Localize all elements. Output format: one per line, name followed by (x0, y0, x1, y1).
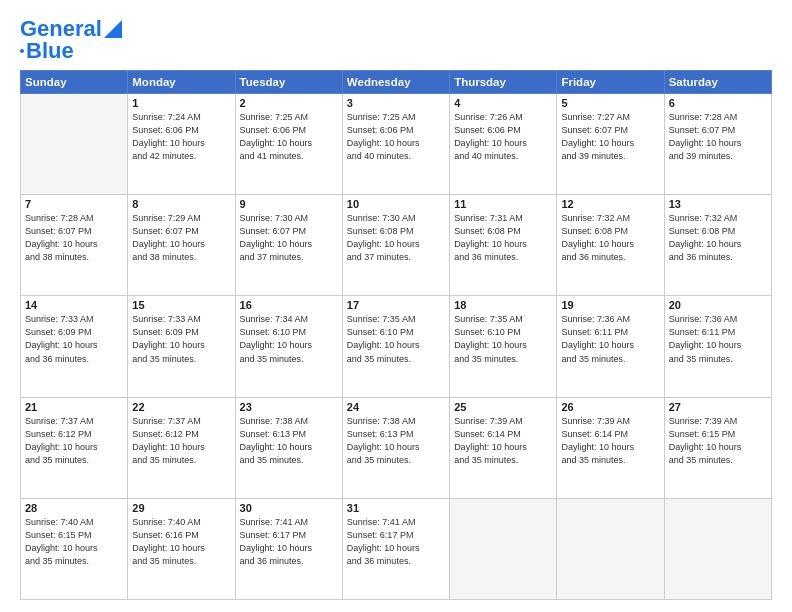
day-info: Sunrise: 7:38 AM Sunset: 6:13 PM Dayligh… (240, 415, 338, 467)
calendar-cell: 20Sunrise: 7:36 AM Sunset: 6:11 PM Dayli… (664, 296, 771, 397)
calendar-cell: 22Sunrise: 7:37 AM Sunset: 6:12 PM Dayli… (128, 397, 235, 498)
col-header-tuesday: Tuesday (235, 71, 342, 94)
day-number: 11 (454, 198, 552, 210)
day-number: 21 (25, 401, 123, 413)
calendar-cell (21, 94, 128, 195)
calendar-cell: 7Sunrise: 7:28 AM Sunset: 6:07 PM Daylig… (21, 195, 128, 296)
week-row-2: 14Sunrise: 7:33 AM Sunset: 6:09 PM Dayli… (21, 296, 772, 397)
calendar-cell: 16Sunrise: 7:34 AM Sunset: 6:10 PM Dayli… (235, 296, 342, 397)
day-info: Sunrise: 7:32 AM Sunset: 6:08 PM Dayligh… (669, 212, 767, 264)
header: General Blue (20, 18, 772, 62)
calendar-cell: 19Sunrise: 7:36 AM Sunset: 6:11 PM Dayli… (557, 296, 664, 397)
day-number: 7 (25, 198, 123, 210)
calendar-cell: 14Sunrise: 7:33 AM Sunset: 6:09 PM Dayli… (21, 296, 128, 397)
day-info: Sunrise: 7:28 AM Sunset: 6:07 PM Dayligh… (25, 212, 123, 264)
day-number: 14 (25, 299, 123, 311)
day-info: Sunrise: 7:33 AM Sunset: 6:09 PM Dayligh… (132, 313, 230, 365)
day-info: Sunrise: 7:30 AM Sunset: 6:07 PM Dayligh… (240, 212, 338, 264)
calendar-header-row: SundayMondayTuesdayWednesdayThursdayFrid… (21, 71, 772, 94)
logo-dot (20, 49, 24, 53)
day-number: 12 (561, 198, 659, 210)
day-number: 17 (347, 299, 445, 311)
day-info: Sunrise: 7:24 AM Sunset: 6:06 PM Dayligh… (132, 111, 230, 163)
calendar-cell: 30Sunrise: 7:41 AM Sunset: 6:17 PM Dayli… (235, 498, 342, 599)
day-info: Sunrise: 7:32 AM Sunset: 6:08 PM Dayligh… (561, 212, 659, 264)
page: General Blue SundayMondayTuesdayWednesda… (0, 0, 792, 612)
day-info: Sunrise: 7:25 AM Sunset: 6:06 PM Dayligh… (240, 111, 338, 163)
day-info: Sunrise: 7:40 AM Sunset: 6:15 PM Dayligh… (25, 516, 123, 568)
day-number: 9 (240, 198, 338, 210)
calendar-cell: 28Sunrise: 7:40 AM Sunset: 6:15 PM Dayli… (21, 498, 128, 599)
day-info: Sunrise: 7:26 AM Sunset: 6:06 PM Dayligh… (454, 111, 552, 163)
calendar-cell: 6Sunrise: 7:28 AM Sunset: 6:07 PM Daylig… (664, 94, 771, 195)
col-header-wednesday: Wednesday (342, 71, 449, 94)
day-info: Sunrise: 7:33 AM Sunset: 6:09 PM Dayligh… (25, 313, 123, 365)
day-info: Sunrise: 7:34 AM Sunset: 6:10 PM Dayligh… (240, 313, 338, 365)
calendar-cell (557, 498, 664, 599)
day-number: 2 (240, 97, 338, 109)
day-info: Sunrise: 7:27 AM Sunset: 6:07 PM Dayligh… (561, 111, 659, 163)
calendar-cell: 23Sunrise: 7:38 AM Sunset: 6:13 PM Dayli… (235, 397, 342, 498)
calendar-cell (664, 498, 771, 599)
calendar-cell: 4Sunrise: 7:26 AM Sunset: 6:06 PM Daylig… (450, 94, 557, 195)
day-info: Sunrise: 7:30 AM Sunset: 6:08 PM Dayligh… (347, 212, 445, 264)
calendar-table: SundayMondayTuesdayWednesdayThursdayFrid… (20, 70, 772, 600)
day-number: 29 (132, 502, 230, 514)
day-number: 27 (669, 401, 767, 413)
day-number: 26 (561, 401, 659, 413)
calendar-cell: 9Sunrise: 7:30 AM Sunset: 6:07 PM Daylig… (235, 195, 342, 296)
day-number: 8 (132, 198, 230, 210)
calendar-cell: 17Sunrise: 7:35 AM Sunset: 6:10 PM Dayli… (342, 296, 449, 397)
day-number: 3 (347, 97, 445, 109)
calendar-cell: 8Sunrise: 7:29 AM Sunset: 6:07 PM Daylig… (128, 195, 235, 296)
day-info: Sunrise: 7:35 AM Sunset: 6:10 PM Dayligh… (347, 313, 445, 365)
calendar-cell: 25Sunrise: 7:39 AM Sunset: 6:14 PM Dayli… (450, 397, 557, 498)
day-info: Sunrise: 7:41 AM Sunset: 6:17 PM Dayligh… (347, 516, 445, 568)
col-header-friday: Friday (557, 71, 664, 94)
day-info: Sunrise: 7:39 AM Sunset: 6:14 PM Dayligh… (561, 415, 659, 467)
day-info: Sunrise: 7:35 AM Sunset: 6:10 PM Dayligh… (454, 313, 552, 365)
calendar-cell: 31Sunrise: 7:41 AM Sunset: 6:17 PM Dayli… (342, 498, 449, 599)
calendar-cell: 13Sunrise: 7:32 AM Sunset: 6:08 PM Dayli… (664, 195, 771, 296)
day-number: 13 (669, 198, 767, 210)
col-header-sunday: Sunday (21, 71, 128, 94)
day-number: 25 (454, 401, 552, 413)
day-info: Sunrise: 7:25 AM Sunset: 6:06 PM Dayligh… (347, 111, 445, 163)
calendar-cell: 18Sunrise: 7:35 AM Sunset: 6:10 PM Dayli… (450, 296, 557, 397)
day-number: 31 (347, 502, 445, 514)
week-row-4: 28Sunrise: 7:40 AM Sunset: 6:15 PM Dayli… (21, 498, 772, 599)
calendar-cell: 27Sunrise: 7:39 AM Sunset: 6:15 PM Dayli… (664, 397, 771, 498)
logo-arrow-icon (104, 20, 122, 38)
day-number: 18 (454, 299, 552, 311)
calendar-cell: 26Sunrise: 7:39 AM Sunset: 6:14 PM Dayli… (557, 397, 664, 498)
day-number: 19 (561, 299, 659, 311)
day-info: Sunrise: 7:29 AM Sunset: 6:07 PM Dayligh… (132, 212, 230, 264)
col-header-saturday: Saturday (664, 71, 771, 94)
col-header-thursday: Thursday (450, 71, 557, 94)
week-row-3: 21Sunrise: 7:37 AM Sunset: 6:12 PM Dayli… (21, 397, 772, 498)
day-number: 23 (240, 401, 338, 413)
calendar-cell: 2Sunrise: 7:25 AM Sunset: 6:06 PM Daylig… (235, 94, 342, 195)
day-number: 28 (25, 502, 123, 514)
day-info: Sunrise: 7:36 AM Sunset: 6:11 PM Dayligh… (561, 313, 659, 365)
day-number: 6 (669, 97, 767, 109)
col-header-monday: Monday (128, 71, 235, 94)
calendar-cell: 21Sunrise: 7:37 AM Sunset: 6:12 PM Dayli… (21, 397, 128, 498)
day-info: Sunrise: 7:36 AM Sunset: 6:11 PM Dayligh… (669, 313, 767, 365)
calendar-cell: 29Sunrise: 7:40 AM Sunset: 6:16 PM Dayli… (128, 498, 235, 599)
calendar-cell: 10Sunrise: 7:30 AM Sunset: 6:08 PM Dayli… (342, 195, 449, 296)
week-row-1: 7Sunrise: 7:28 AM Sunset: 6:07 PM Daylig… (21, 195, 772, 296)
day-number: 30 (240, 502, 338, 514)
day-number: 5 (561, 97, 659, 109)
calendar-cell: 5Sunrise: 7:27 AM Sunset: 6:07 PM Daylig… (557, 94, 664, 195)
day-info: Sunrise: 7:28 AM Sunset: 6:07 PM Dayligh… (669, 111, 767, 163)
day-number: 1 (132, 97, 230, 109)
day-number: 24 (347, 401, 445, 413)
day-info: Sunrise: 7:38 AM Sunset: 6:13 PM Dayligh… (347, 415, 445, 467)
day-number: 15 (132, 299, 230, 311)
calendar-cell: 1Sunrise: 7:24 AM Sunset: 6:06 PM Daylig… (128, 94, 235, 195)
calendar-cell: 24Sunrise: 7:38 AM Sunset: 6:13 PM Dayli… (342, 397, 449, 498)
week-row-0: 1Sunrise: 7:24 AM Sunset: 6:06 PM Daylig… (21, 94, 772, 195)
day-info: Sunrise: 7:39 AM Sunset: 6:15 PM Dayligh… (669, 415, 767, 467)
calendar-cell: 15Sunrise: 7:33 AM Sunset: 6:09 PM Dayli… (128, 296, 235, 397)
